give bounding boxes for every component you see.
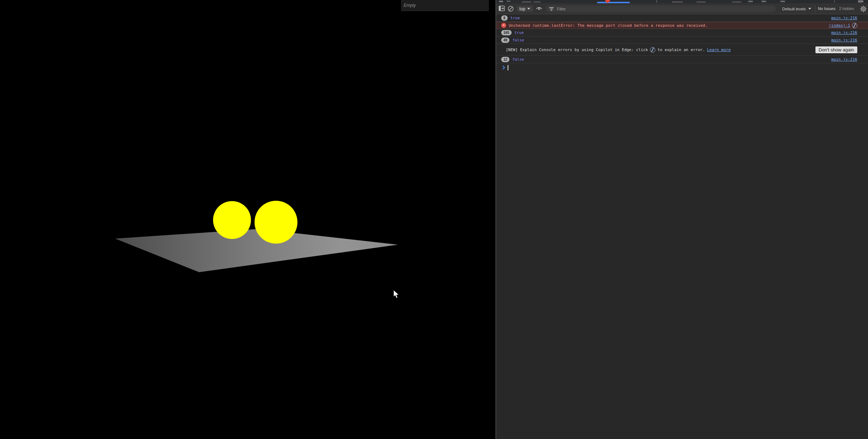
logged-value: false — [512, 57, 524, 62]
hidden-messages-count[interactable]: 2 hidden — [839, 6, 854, 11]
console-settings-gear-icon[interactable] — [859, 5, 867, 13]
tab-strip-fragment — [507, 1, 511, 2]
live-expression-eye-icon[interactable] — [536, 5, 543, 12]
source-link[interactable]: main.js:216 — [831, 16, 857, 20]
source-link[interactable]: main.js:216 — [831, 30, 857, 35]
copilot-icon[interactable] — [650, 47, 655, 53]
console-message-row: 165 true main.js:216 — [496, 29, 868, 36]
sphere-2 — [255, 201, 297, 244]
repeat-count-badge: 49 — [501, 38, 509, 43]
devtools-panel: top Default levels No Issues — [495, 0, 868, 439]
repeat-count-badge: 165 — [501, 30, 512, 35]
copilot-notice-text: [NEW] Explain Console errors by using Co… — [506, 48, 648, 52]
empty-panel: Empty — [401, 0, 489, 11]
dont-show-again-button[interactable]: Don't show again — [815, 46, 857, 53]
repeat-count-badge: 8 — [501, 15, 508, 21]
source-link[interactable]: (index):1 — [829, 23, 850, 28]
error-icon: × — [501, 23, 506, 28]
tab-strip-fragment — [696, 1, 706, 3]
log-levels-label: Default levels — [782, 7, 806, 11]
source-link[interactable]: main.js:216 — [831, 38, 857, 43]
log-levels-dropdown[interactable]: Default levels — [782, 6, 811, 12]
source-link[interactable]: main.js:216 — [831, 57, 857, 62]
console-prompt[interactable] — [496, 63, 868, 72]
devtools-tab-strip — [496, 0, 868, 3]
learn-more-link[interactable]: Learn more — [707, 48, 731, 52]
toolbar-divider — [815, 5, 815, 12]
console-sidebar-toggle-icon[interactable] — [499, 6, 505, 11]
clear-console-icon[interactable] — [508, 6, 514, 12]
logged-value: true — [511, 16, 520, 20]
screen: Empty — [0, 0, 868, 439]
text-cursor — [508, 65, 508, 70]
three-js-scene — [0, 0, 495, 439]
tab-strip-fragment — [834, 0, 835, 3]
tab-strip-fragment — [858, 0, 863, 3]
repeat-count-badge: 12 — [501, 57, 509, 62]
logged-value: false — [512, 38, 524, 43]
copilot-notice-row: [NEW] Explain Console errors by using Co… — [496, 44, 868, 56]
console-messages-area: 8 true main.js:216 × Unchecked runtime.l… — [496, 14, 868, 439]
console-message-row: 12 false main.js:216 — [496, 56, 868, 63]
logged-value: true — [514, 30, 524, 35]
console-error-row: × Unchecked runtime.lastError: The messa… — [496, 22, 868, 29]
copilot-explain-error-icon[interactable] — [852, 23, 857, 28]
sphere-1 — [213, 201, 251, 239]
issues-status[interactable]: No Issues — [818, 6, 835, 11]
tab-strip-fragment — [761, 1, 766, 2]
tab-strip-fragment — [522, 1, 531, 3]
tab-strip-fragment — [672, 1, 683, 3]
tab-strip-fragment — [732, 1, 741, 3]
tab-strip-fragment — [533, 1, 541, 3]
javascript-context-selector[interactable]: top — [517, 6, 533, 12]
webgl-canvas[interactable]: Empty — [0, 0, 495, 439]
tab-strip-fragment — [499, 1, 503, 2]
ground-plane — [115, 229, 398, 272]
filter-input[interactable] — [556, 6, 758, 11]
copilot-notice-text: to explain an error. — [657, 48, 705, 52]
context-label: top — [519, 6, 526, 11]
filter-funnel-icon — [549, 6, 554, 11]
tab-strip-fragment — [748, 1, 753, 2]
tab-strip-fragment — [656, 0, 657, 3]
error-message: Unchecked runtime.lastError: The message… — [509, 23, 707, 28]
empty-panel-label: Empty — [404, 3, 416, 8]
tab-strip-fragment — [780, 1, 785, 2]
console-filter[interactable] — [546, 5, 776, 12]
prompt-chevron-icon — [501, 65, 505, 69]
console-message-row: 49 false main.js:216 — [496, 36, 868, 44]
chevron-down-icon — [527, 8, 530, 10]
chevron-down-icon — [808, 8, 811, 10]
console-message-row: 8 true main.js:216 — [496, 14, 868, 22]
console-toolbar: top Default levels No Issues — [496, 3, 868, 14]
